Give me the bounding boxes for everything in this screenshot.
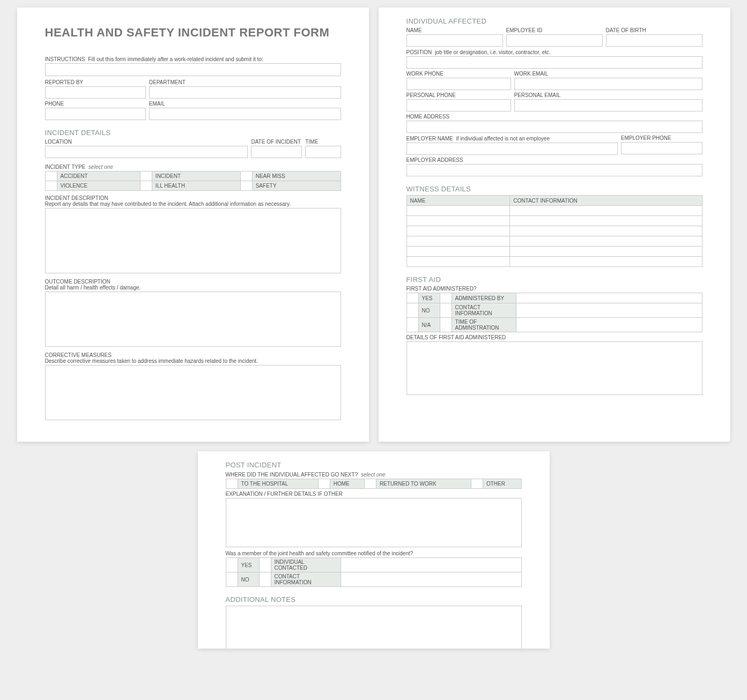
fa-na-check[interactable] xyxy=(406,318,418,332)
post-where-table: TO THE HOSPITAL HOME RETURNED TO WORK OT… xyxy=(226,479,522,489)
page-3: POST INCIDENT WHERE DID THE INDIVIDUAL A… xyxy=(198,451,550,649)
email-input[interactable] xyxy=(149,108,341,120)
type-nearmiss: NEAR MISS xyxy=(252,172,341,181)
post-return: RETURNED TO WORK xyxy=(376,479,471,489)
homeaddr-label: HOME ADDRESS xyxy=(406,114,702,120)
witness-r5-name[interactable] xyxy=(406,247,510,257)
firstaid-heading: FIRST AID xyxy=(406,275,702,284)
fa-time-input[interactable] xyxy=(516,318,702,332)
location-input[interactable] xyxy=(45,146,248,158)
workphone-label: WORK PHONE xyxy=(406,71,511,77)
notes-input[interactable] xyxy=(226,606,522,649)
witness-r5-contact[interactable] xyxy=(510,247,702,257)
pc-contact-input[interactable] xyxy=(341,572,521,587)
fa-time-check[interactable] xyxy=(440,318,452,332)
post-heading: POST INCIDENT xyxy=(226,461,522,469)
date-input[interactable] xyxy=(251,146,302,158)
incident-details-heading: INCIDENT DETAILS xyxy=(45,129,341,137)
instructions-target-input[interactable] xyxy=(45,63,341,76)
empname-input[interactable] xyxy=(406,143,618,155)
fa-no: NO xyxy=(418,303,440,318)
incident-desc-label: INCIDENT DESCRIPTION xyxy=(45,195,341,201)
fa-no-check[interactable] xyxy=(406,303,418,318)
reported-by-input[interactable] xyxy=(45,86,146,99)
witness-name-hd: NAME xyxy=(406,196,510,206)
witness-heading: WITNESS DETAILS xyxy=(406,185,702,193)
post-return-check[interactable] xyxy=(364,479,376,489)
dob-input[interactable] xyxy=(606,34,702,47)
fa-contact-input[interactable] xyxy=(516,303,702,318)
empaddr-input[interactable] xyxy=(406,164,702,176)
post-other-check[interactable] xyxy=(471,479,483,489)
phone-input[interactable] xyxy=(45,108,146,120)
fa-by-input[interactable] xyxy=(516,293,702,303)
name-input[interactable] xyxy=(406,34,503,47)
post-explain-input[interactable] xyxy=(226,498,522,547)
post-hospital-check[interactable] xyxy=(226,479,238,489)
instructions-label: INSTRUCTIONS xyxy=(45,56,85,62)
fa-yes-check[interactable] xyxy=(406,293,418,303)
pc-contact-check[interactable] xyxy=(259,572,271,587)
witness-r3-contact[interactable] xyxy=(510,226,702,236)
outcome-sub: Detail all harm / health effects / damag… xyxy=(45,285,341,291)
post-committee-table: YES INDIVIDUAL CONTACTED NO CONTACT INFO… xyxy=(226,557,522,587)
position-sub: job title or designation, i.e. visitor, … xyxy=(435,49,551,55)
witness-r3-name[interactable] xyxy=(406,226,510,236)
post-select-one: select one xyxy=(361,472,386,478)
workphone-input[interactable] xyxy=(406,78,511,90)
email-label: EMAIL xyxy=(149,101,341,107)
fa-by-check[interactable] xyxy=(440,293,452,303)
pc-ind-check[interactable] xyxy=(259,558,271,572)
witness-r1-contact[interactable] xyxy=(510,206,702,216)
empname-sub: if individual affected is not an employe… xyxy=(456,136,550,142)
fa-na: N/A xyxy=(418,318,440,332)
empphone-input[interactable] xyxy=(621,142,702,154)
fa-details-label: DETAILS OF FIRST AID ADMINISTERED xyxy=(406,334,702,340)
incident-type-table: ACCIDENT INCIDENT NEAR MISS VIOLENCE ILL… xyxy=(45,171,341,191)
witness-r6-contact[interactable] xyxy=(510,257,702,267)
position-input[interactable] xyxy=(406,56,702,69)
outcome-input[interactable] xyxy=(45,292,341,347)
fa-contact-check[interactable] xyxy=(440,303,452,318)
empid-input[interactable] xyxy=(506,34,603,47)
fa-time: TIME OF ADMINSTRATION xyxy=(452,318,516,332)
form-title: HEALTH AND SAFETY INCIDENT REPORT FORM xyxy=(45,26,341,40)
post-home-check[interactable] xyxy=(318,479,330,489)
persemail-input[interactable] xyxy=(514,99,702,111)
department-label: DEPARTMENT xyxy=(149,79,341,85)
department-input[interactable] xyxy=(149,86,341,99)
type-accident-check[interactable] xyxy=(45,172,57,181)
persphone-input[interactable] xyxy=(406,99,511,111)
witness-contact-hd: CONTACT INFORMATION xyxy=(510,196,702,206)
pc-yes-check[interactable] xyxy=(226,558,238,572)
homeaddr-input[interactable] xyxy=(406,121,702,133)
type-accident: ACCIDENT xyxy=(57,172,140,181)
witness-r6-name[interactable] xyxy=(406,257,510,267)
pc-no-check[interactable] xyxy=(226,572,238,587)
corrective-sub: Describe corrective measures taken to ad… xyxy=(45,358,341,364)
persphone-label: PERSONAL PHONE xyxy=(406,92,511,98)
witness-r2-contact[interactable] xyxy=(510,216,702,226)
post-other: OTHER xyxy=(483,479,521,489)
post-explain-label: EXPLANATION / FURTHER DETAILS IF OTHER xyxy=(226,491,522,497)
type-nearmiss-check[interactable] xyxy=(240,172,252,181)
incident-desc-sub: Report any details that may have contrib… xyxy=(45,201,341,207)
workemail-label: WORK EMAIL xyxy=(514,71,702,77)
type-illhealth-check[interactable] xyxy=(140,181,152,191)
type-incident-check[interactable] xyxy=(140,172,152,181)
incident-desc-input[interactable] xyxy=(45,208,341,273)
reported-by-label: REPORTED BY xyxy=(45,79,146,85)
witness-r2-name[interactable] xyxy=(406,216,510,226)
corrective-input[interactable] xyxy=(45,365,341,420)
fa-details-input[interactable] xyxy=(406,341,702,395)
workemail-input[interactable] xyxy=(514,78,702,90)
incident-type-label: INCIDENT TYPE xyxy=(45,164,86,170)
witness-r4-contact[interactable] xyxy=(510,236,702,247)
empname-label: EMPLOYER NAME xyxy=(406,136,453,142)
pc-ind-input[interactable] xyxy=(341,558,521,572)
witness-r4-name[interactable] xyxy=(406,236,510,247)
time-input[interactable] xyxy=(305,146,341,158)
witness-r1-name[interactable] xyxy=(406,206,510,216)
type-safety-check[interactable] xyxy=(240,181,252,191)
type-violence-check[interactable] xyxy=(45,181,57,191)
